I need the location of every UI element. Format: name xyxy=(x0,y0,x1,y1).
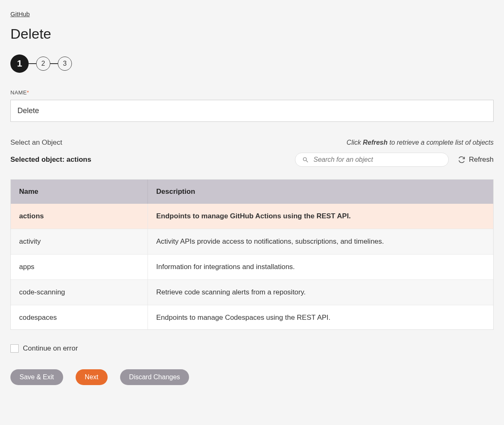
step-connector xyxy=(50,63,58,64)
table-row[interactable]: activityActivity APIs provide access to … xyxy=(11,229,493,255)
cell-name: actions xyxy=(11,204,148,229)
hint-bold: Refresh xyxy=(363,139,388,146)
name-field-label: NAME* xyxy=(10,89,494,96)
step-connector xyxy=(29,63,36,64)
cell-name: apps xyxy=(11,255,148,279)
cell-name: activity xyxy=(11,229,148,254)
cell-name: code-scanning xyxy=(11,280,148,305)
table-row[interactable]: appsInformation for integrations and ins… xyxy=(11,255,493,280)
next-button[interactable]: Next xyxy=(76,369,108,385)
table-row[interactable]: actionsEndpoints to manage GitHub Action… xyxy=(11,204,493,229)
step-1[interactable]: 1 xyxy=(10,54,29,73)
stepper: 1 2 3 xyxy=(10,54,494,73)
hint-suffix: to retrieve a complete list of objects xyxy=(388,139,494,146)
continue-on-error-label: Continue on error xyxy=(23,344,78,353)
objects-table: Name Description actionsEndpoints to man… xyxy=(10,179,494,330)
header-name: Name xyxy=(11,180,148,204)
table-body[interactable]: actionsEndpoints to manage GitHub Action… xyxy=(11,204,493,329)
selected-object-label: Selected object: actions xyxy=(10,156,91,164)
name-input[interactable] xyxy=(10,100,494,122)
cell-description: Retrieve code scanning alerts from a rep… xyxy=(148,280,493,305)
table-row[interactable]: codespacesEndpoints to manage Codespaces… xyxy=(11,305,493,329)
step-2[interactable]: 2 xyxy=(36,57,50,71)
cell-name: codespaces xyxy=(11,305,148,329)
refresh-button[interactable]: Refresh xyxy=(458,156,494,164)
cell-description: Endpoints to manage Codespaces using the… xyxy=(148,305,493,329)
name-label-text: NAME xyxy=(10,89,27,96)
select-object-label: Select an Object xyxy=(10,138,62,147)
hint-prefix: Click xyxy=(347,139,363,146)
selected-prefix: Selected object: xyxy=(10,156,66,163)
table-header: Name Description xyxy=(11,180,493,204)
cell-description: Activity APIs provide access to notifica… xyxy=(148,229,493,254)
cell-description: Endpoints to manage GitHub Actions using… xyxy=(148,204,493,229)
page-title: Delete xyxy=(10,26,494,42)
search-input[interactable] xyxy=(313,156,442,163)
cell-description: Information for integrations and install… xyxy=(148,255,493,279)
breadcrumb-link[interactable]: GitHub xyxy=(10,10,30,17)
refresh-label: Refresh xyxy=(469,156,494,164)
refresh-icon xyxy=(458,156,465,163)
step-3[interactable]: 3 xyxy=(58,57,72,71)
header-description: Description xyxy=(148,180,493,204)
save-exit-button[interactable]: Save & Exit xyxy=(10,369,63,385)
search-box[interactable] xyxy=(295,153,449,167)
selected-value: actions xyxy=(66,156,91,163)
required-mark: * xyxy=(27,89,30,96)
continue-on-error-checkbox[interactable] xyxy=(10,344,19,353)
discard-button[interactable]: Discard Changes xyxy=(120,369,189,385)
search-icon xyxy=(302,156,309,163)
table-row[interactable]: code-scanningRetrieve code scanning aler… xyxy=(11,280,493,305)
refresh-hint: Click Refresh to retrieve a complete lis… xyxy=(347,139,494,146)
